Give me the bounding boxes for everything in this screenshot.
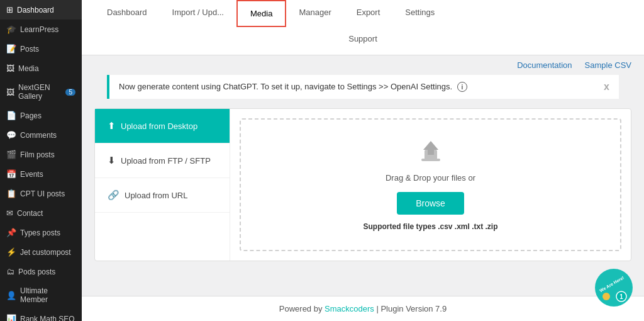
svg-text:1: 1 [619,293,623,300]
supported-file-types: Supported file types .csv .xml .txt .zip [363,222,497,231]
footer-powered-by: Powered by [279,304,325,313]
sidebar-item-rank-math-seo[interactable]: 📊 Rank Math SEO [0,309,82,321]
notice-close[interactable]: x [604,81,609,93]
notice-text: Now generate content using ChatGPT. To s… [119,82,467,93]
upload-option-icon: ⬇ [108,155,116,166]
sidebar-item-events[interactable]: 📅 Events [0,164,82,184]
upload-panel: ⬆ Upload from Desktop⬇ Upload from FTP /… [94,108,631,261]
sidebar-label: Pages [20,111,42,120]
sidebar-label: Ultimate Member [20,286,75,304]
sidebar-item-ultimate-member[interactable]: 👤 Ultimate Member [0,281,82,309]
sidebar-item-cpt-ui-posts[interactable]: 📋 CPT UI posts [0,184,82,203]
upload-option-label: Upload from Desktop [121,121,197,131]
sidebar-icon: 📋 [6,189,16,198]
sample-csv-link[interactable]: Sample CSV [585,60,631,70]
sidebar-icon: 🎓 [6,25,16,34]
sidebar-label: Media [18,64,39,73]
sidebar-icon: 💬 [6,130,16,140]
upload-option-2[interactable]: 🔗 Upload from URL [95,178,230,213]
sidebar-icon: 📊 [6,314,16,321]
drag-drop-text: Drag & Drop your files or [386,173,475,183]
sidebar-label: Jet custompost [20,248,71,257]
tabs-bar: DashboardImport / Upd...MediaManagerExpo… [82,0,644,55]
sidebar-item-learnpress[interactable]: 🎓 LearnPress [0,20,82,39]
sidebar-label: Dashboard [17,6,54,14]
sidebar-label: Contact [17,209,43,218]
upload-option-label: Upload from URL [125,191,187,200]
tabs-row-1: DashboardImport / Upd...MediaManagerExpo… [94,0,631,26]
sidebar-item-pods-posts[interactable]: 🗂 Pods posts [0,262,82,281]
sidebar-item-posts[interactable]: 📝 Posts [0,39,82,59]
info-icon: i [457,82,467,92]
svg-point-5 [602,293,610,300]
content-area: Now generate content using ChatGPT. To s… [82,75,644,296]
tab-manager[interactable]: Manager [286,0,343,26]
sidebar-item-nextgen-gallery[interactable]: 🖼 NextGEN Gallery 5 [0,78,82,106]
sidebar-label: NextGEN Gallery [18,83,62,101]
footer-version: | Plugin Version 7.9 [374,304,447,313]
sidebar-item-comments[interactable]: 💬 Comments [0,125,82,145]
sidebar-label: Comments [20,131,57,140]
sidebar-item-contact[interactable]: ✉ Contact [0,203,82,223]
sidebar-label: Posts [20,45,39,54]
sidebar-item-types-posts[interactable]: 📌 Types posts [0,223,82,242]
sidebar-icon: 🗂 [6,267,14,276]
tab-dashboard[interactable]: Dashboard [94,0,160,26]
sidebar-icon: 🖼 [6,87,14,97]
sidebar-badge: 5 [65,89,75,96]
documentation-link[interactable]: Documentation [517,60,572,70]
sidebar-label: LearnPress [20,25,58,34]
upload-option-0[interactable]: ⬆ Upload from Desktop [95,109,230,144]
sidebar-label: Rank Math SEO [20,315,75,322]
sidebar-item-film-posts[interactable]: 🎬 Film posts [0,145,82,164]
sidebar: ⊞ Dashboard 🎓 LearnPress 📝 Posts 🖼 Media… [0,0,82,321]
upload-option-icon: ⬆ [108,120,116,132]
sidebar-icon: ⊞ [6,5,13,14]
main-content: DashboardImport / Upd...MediaManagerExpo… [82,0,644,321]
sidebar-item-jet-custompost[interactable]: ⚡ Jet custompost [0,242,82,262]
tab-import-upd...[interactable]: Import / Upd... [160,0,236,26]
upload-option-icon: 🔗 [108,189,119,201]
footer: Powered by Smackcoders | Plugin Version … [82,296,644,321]
sidebar-item-media[interactable]: 🖼 Media [0,59,82,78]
sidebar-icon: 👤 [6,291,16,300]
sidebar-item-pages[interactable]: 📄 Pages [0,106,82,125]
sidebar-icon: 📄 [6,111,16,120]
tab-support[interactable]: Support [336,26,390,52]
upload-option-label: Upload from FTP / SFTP [121,156,211,166]
sidebar-label: Types posts [20,228,60,237]
sidebar-item-dashboard[interactable]: ⊞ Dashboard [0,0,82,20]
tab-settings[interactable]: Settings [392,0,447,26]
sidebar-label: Events [20,170,43,179]
sidebar-icon: 📝 [6,44,16,54]
upload-icon [415,138,447,167]
svg-rect-2 [421,159,440,161]
watermark-badge: We Are Here! 1 [594,268,635,308]
sidebar-icon: 🎬 [6,150,16,159]
tab-media[interactable]: Media [236,0,286,27]
sidebar-icon: ✉ [6,208,13,218]
notice-bar: Now generate content using ChatGPT. To s… [107,75,619,99]
sidebar-icon: 📌 [6,228,16,237]
top-links: Documentation Sample CSV [82,55,644,75]
browse-button[interactable]: Browse [397,192,464,215]
sidebar-label: Pods posts [18,268,55,276]
tab-export[interactable]: Export [344,0,393,26]
dropzone[interactable]: Drag & Drop your files or Browse Support… [240,118,621,251]
footer-brand-link[interactable]: Smackcoders [325,304,374,313]
sidebar-icon: 📅 [6,169,16,179]
upload-option-1[interactable]: ⬇ Upload from FTP / SFTP [95,144,230,178]
sidebar-icon: ⚡ [6,247,16,257]
sidebar-icon: 🖼 [6,64,14,73]
upload-options-sidebar: ⬆ Upload from Desktop⬇ Upload from FTP /… [95,109,230,261]
sidebar-label: CPT UI posts [20,189,65,198]
tabs-row-2: Support [94,26,631,55]
notice-message: Now generate content using ChatGPT. To s… [119,82,452,91]
sidebar-label: Film posts [20,150,55,159]
